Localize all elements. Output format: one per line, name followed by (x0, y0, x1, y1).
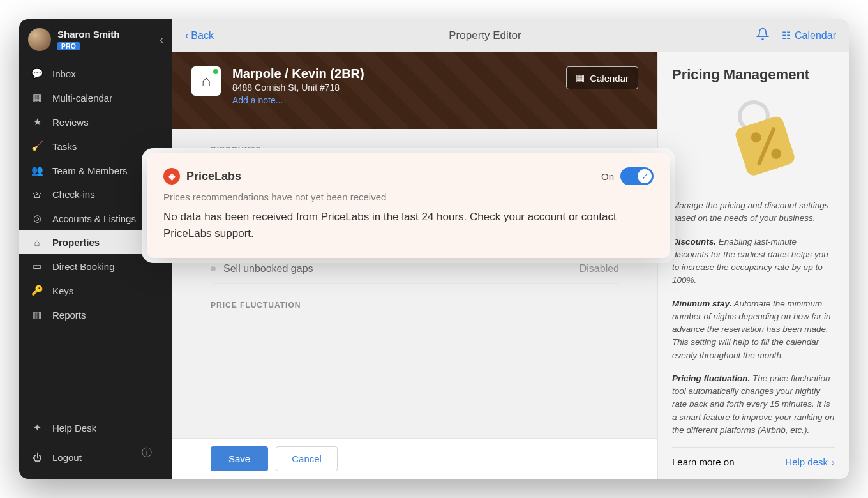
topbar: ‹Back Property Editor ☷Calendar (172, 19, 849, 52)
calendar-list-icon: ☷ (782, 29, 791, 42)
multicalendar-icon: ▦ (31, 92, 43, 103)
action-bar: Save Cancel (172, 438, 657, 479)
home-icon: ⌂ (31, 237, 43, 248)
nav-keys[interactable]: 🔑Keys (19, 278, 172, 303)
row-sell-unbooked-gaps[interactable]: Sell unbooked gaps Disabled (211, 254, 619, 284)
center-column: ⌂ Marpole / Kevin (2BR) 8488 Cornish St,… (172, 52, 657, 479)
property-address: 8488 Cornish St, Unit #718 (232, 82, 364, 93)
learn-more-label: Learn more on (672, 456, 735, 467)
booking-icon: ▭ (31, 260, 43, 272)
broom-icon: 🧹 (31, 140, 43, 152)
nav-inbox[interactable]: 💬Inbox (19, 61, 172, 86)
calendar-link[interactable]: ☷Calendar (782, 29, 836, 42)
collapse-sidebar-icon[interactable]: ‹ (160, 33, 163, 47)
help-panel: Pricing Management Manage the pricing an… (657, 52, 849, 479)
star-icon: ★ (31, 116, 43, 128)
nav-direct-booking[interactable]: ▭Direct Booking (19, 254, 172, 278)
property-header: ⌂ Marpole / Kevin (2BR) 8488 Cornish St,… (172, 52, 657, 129)
info-icon[interactable]: ⓘ (142, 446, 161, 469)
bell-icon: 🛎 (31, 189, 43, 200)
status-dot (211, 266, 216, 271)
property-calendar-button[interactable]: ▦ Calendar (566, 66, 638, 89)
account-icon: ◎ (31, 213, 43, 224)
lifebuoy-icon: ✦ (31, 422, 43, 434)
status-text: Disabled (580, 263, 619, 275)
pricelabs-alert-card: ◈ PriceLabs On ✓ Prices recommendations … (147, 153, 670, 258)
help-desk-link[interactable]: Help desk› (785, 456, 835, 467)
user-name: Sharon Smith (57, 29, 120, 40)
nav-reports[interactable]: ▥Reports (19, 303, 172, 327)
help-title: Pricing Management (672, 66, 835, 83)
key-icon: 🔑 (31, 285, 43, 296)
property-home-icon: ⌂ (191, 66, 221, 96)
chat-icon: 💬 (31, 68, 43, 79)
plan-badge: PRO (57, 42, 80, 50)
chevron-left-icon: ‹ (185, 30, 188, 42)
chevron-right-icon: › (832, 456, 835, 467)
nav-logout[interactable]: ⏻Logout ⓘ (19, 440, 172, 475)
help-fluctuation: Pricing fluctuation. The price fluctuati… (672, 372, 835, 437)
check-icon: ✓ (638, 169, 652, 183)
help-discounts: Discounts. Enabling last-minute discount… (672, 236, 835, 287)
cancel-button[interactable]: Cancel (276, 446, 338, 471)
nav-helpdesk[interactable]: ✦Help Desk (19, 416, 172, 440)
pricelabs-toggle[interactable]: On ✓ (601, 167, 654, 185)
notifications-icon[interactable] (756, 27, 769, 43)
nav-reviews[interactable]: ★Reviews (19, 110, 172, 134)
nav-footer: ✦Help Desk ⏻Logout ⓘ (19, 412, 172, 479)
chart-icon: ▥ (31, 309, 43, 321)
toggle-label: On (601, 171, 614, 182)
add-note-link[interactable]: Add a note... (232, 95, 364, 105)
avatar (28, 28, 51, 51)
pricelabs-logo: ◈ PriceLabs (163, 168, 241, 185)
team-icon: 👥 (31, 165, 43, 176)
page-title: Property Editor (220, 29, 750, 42)
alert-subtitle: Prices recommendations have not yet been… (163, 192, 654, 202)
price-tag-icon (703, 94, 805, 184)
nav-multi-calendar[interactable]: ▦Multi-calendar (19, 86, 172, 110)
help-minstay: Minimum stay. Automate the minimum numbe… (672, 298, 835, 362)
help-intro: Manage the pricing and discount settings… (672, 199, 835, 225)
property-title: Marpole / Kevin (2BR) (232, 66, 364, 81)
app-window: Sharon Smith PRO ‹ 💬Inbox ▦Multi-calenda… (19, 19, 849, 479)
alert-body: No data has been received from PriceLabs… (163, 209, 654, 241)
back-button[interactable]: ‹Back (185, 30, 214, 42)
toggle-switch[interactable]: ✓ (620, 167, 654, 185)
user-block[interactable]: Sharon Smith PRO ‹ (19, 19, 172, 57)
section-price-fluctuation-heading: PRICE FLUCTUATION (211, 284, 619, 316)
pricelabs-mark-icon: ◈ (163, 168, 180, 185)
save-button[interactable]: Save (211, 446, 268, 471)
calendar-icon: ▦ (576, 72, 585, 84)
power-icon: ⏻ (31, 452, 43, 463)
